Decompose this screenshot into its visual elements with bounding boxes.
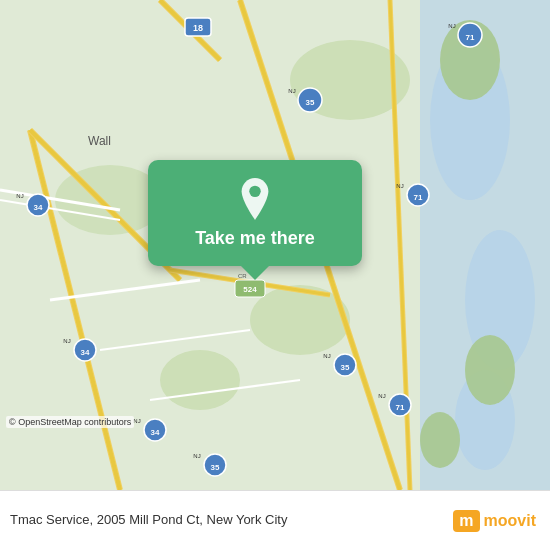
svg-point-11 xyxy=(420,412,460,468)
svg-text:34: 34 xyxy=(81,348,90,357)
svg-text:NJ: NJ xyxy=(63,338,70,344)
svg-text:NJ: NJ xyxy=(16,193,23,199)
svg-text:35: 35 xyxy=(341,363,350,372)
svg-text:18: 18 xyxy=(193,23,203,33)
svg-text:35: 35 xyxy=(306,98,315,107)
svg-point-60 xyxy=(249,186,260,197)
svg-text:34: 34 xyxy=(151,428,160,437)
svg-text:35: 35 xyxy=(211,463,220,472)
svg-text:34: 34 xyxy=(34,203,43,212)
location-text: Tmac Service, 2005 Mill Pond Ct, New Yor… xyxy=(10,512,453,529)
svg-point-7 xyxy=(160,350,240,410)
info-bar: Tmac Service, 2005 Mill Pond Ct, New Yor… xyxy=(0,490,550,550)
svg-text:71: 71 xyxy=(466,33,475,42)
take-me-there-button[interactable]: Take me there xyxy=(148,160,362,266)
svg-text:Wall: Wall xyxy=(88,134,111,148)
svg-text:NJ: NJ xyxy=(378,393,385,399)
svg-text:NJ: NJ xyxy=(193,453,200,459)
moovit-text: moovit xyxy=(484,512,536,530)
map-container: 71 NJ 35 NJ 35 NJ 71 NJ 71 NJ 34 NJ 34 N… xyxy=(0,0,550,490)
svg-text:NJ: NJ xyxy=(288,88,295,94)
moovit-m-badge: m xyxy=(453,510,479,532)
svg-point-10 xyxy=(465,335,515,405)
svg-text:NJ: NJ xyxy=(448,23,455,29)
popup-label: Take me there xyxy=(195,228,315,250)
svg-text:524: 524 xyxy=(243,285,257,294)
map-attribution: © OpenStreetMap contributors xyxy=(6,416,134,428)
svg-text:NJ: NJ xyxy=(396,183,403,189)
svg-text:71: 71 xyxy=(396,403,405,412)
svg-text:NJ: NJ xyxy=(133,418,140,424)
moovit-logo: m moovit xyxy=(453,510,536,532)
svg-text:NJ: NJ xyxy=(323,353,330,359)
svg-text:71: 71 xyxy=(414,193,423,202)
location-pin-icon xyxy=(237,178,273,220)
